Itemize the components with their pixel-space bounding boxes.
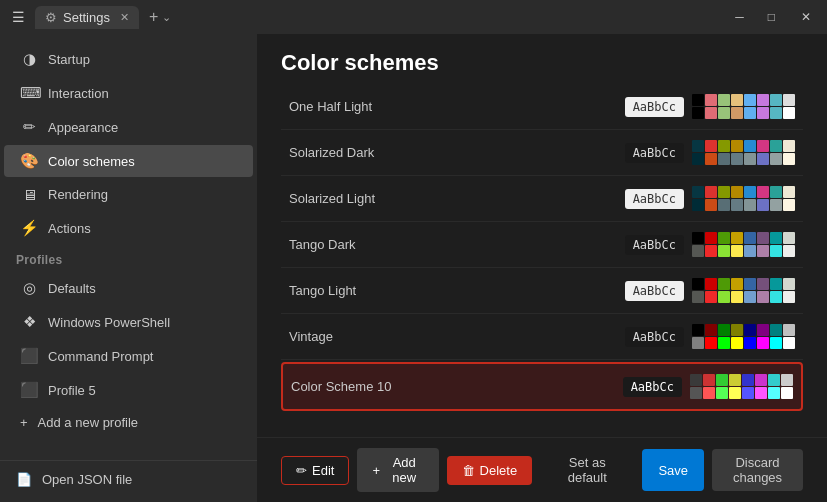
color-swatch: [692, 278, 704, 290]
color-swatch: [705, 232, 717, 244]
close-button[interactable]: ✕: [793, 8, 819, 26]
color-swatch: [783, 245, 795, 257]
sidebar-item-actions[interactable]: ⚡ Actions: [4, 212, 253, 244]
discard-button[interactable]: Discard changes: [712, 449, 803, 491]
scheme-row[interactable]: VintageAaBbCc: [281, 314, 803, 360]
color-swatch: [757, 291, 769, 303]
scheme-preview: AaBbCc: [625, 324, 795, 349]
titlebar: ☰ ⚙ Settings ✕ + ⌄ ─ □ ✕: [0, 0, 827, 34]
add-new-icon: +: [372, 463, 380, 478]
settings-tab-label: Settings: [63, 10, 110, 25]
color-swatch: [770, 324, 782, 336]
color-swatch: [692, 107, 704, 119]
color-swatch: [718, 245, 730, 257]
delete-button[interactable]: 🗑 Delete: [447, 456, 533, 485]
sidebar-item-appearance[interactable]: ✏ Appearance: [4, 111, 253, 143]
sidebar-item-cmd[interactable]: ⬛ Command Prompt: [4, 340, 253, 372]
color-swatch: [718, 199, 730, 211]
color-swatch: [705, 107, 717, 119]
sidebar-item-powershell[interactable]: ❖ Windows PowerShell: [4, 306, 253, 338]
color-swatch: [705, 140, 717, 152]
color-swatch: [718, 291, 730, 303]
color-swatch: [731, 278, 743, 290]
sidebar-item-startup-label: Startup: [48, 52, 90, 67]
color-swatch: [731, 199, 743, 211]
color-swatch: [770, 94, 782, 106]
open-json-button[interactable]: 📄 Open JSON file: [0, 465, 257, 494]
set-default-button[interactable]: Set as default: [540, 448, 634, 492]
app-body: ◑ Startup ⌨ Interaction ✏ Appearance 🎨 C…: [0, 34, 827, 502]
color-swatch: [718, 278, 730, 290]
color-swatch: [718, 324, 730, 336]
sidebar-item-defaults[interactable]: ◎ Defaults: [4, 272, 253, 304]
color-swatch: [783, 337, 795, 349]
color-swatch: [718, 232, 730, 244]
color-swatch: [757, 186, 769, 198]
sidebar: ◑ Startup ⌨ Interaction ✏ Appearance 🎨 C…: [0, 34, 257, 502]
scheme-row[interactable]: Color Scheme 10AaBbCc: [281, 362, 803, 411]
sidebar-item-startup[interactable]: ◑ Startup: [4, 43, 253, 75]
delete-icon: 🗑: [462, 463, 475, 478]
sidebar-item-color-schemes-label: Color schemes: [48, 154, 135, 169]
actions-icon: ⚡: [20, 219, 38, 237]
color-swatch: [744, 199, 756, 211]
profile5-icon: ⬛: [20, 381, 38, 399]
save-button[interactable]: Save: [642, 449, 704, 491]
interaction-icon: ⌨: [20, 84, 38, 102]
color-swatch: [783, 232, 795, 244]
titlebar-controls: ─ □ ✕: [729, 8, 819, 26]
color-swatch: [731, 153, 743, 165]
set-default-label: Set as default: [555, 455, 619, 485]
preview-label: AaBbCc: [625, 281, 684, 301]
sidebar-footer: 📄 Open JSON file: [0, 460, 257, 494]
color-swatch: [770, 337, 782, 349]
color-swatch: [770, 291, 782, 303]
color-swatch: [768, 374, 780, 386]
sidebar-item-powershell-label: Windows PowerShell: [48, 315, 170, 330]
schemes-list: One Half LightAaBbCcSolarized DarkAaBbCc…: [257, 84, 827, 437]
color-swatch: [729, 374, 741, 386]
color-swatch: [744, 140, 756, 152]
new-tab-button[interactable]: + ⌄: [149, 8, 171, 26]
scheme-row[interactable]: Tango DarkAaBbCc: [281, 222, 803, 268]
sidebar-item-defaults-label: Defaults: [48, 281, 96, 296]
content-footer: ✏ Edit + Add new 🗑 Delete Set as default…: [257, 437, 827, 502]
add-profile-button[interactable]: + Add a new profile: [4, 408, 253, 437]
scheme-row[interactable]: One Half LightAaBbCc: [281, 84, 803, 130]
color-swatch: [783, 186, 795, 198]
startup-icon: ◑: [20, 50, 38, 68]
defaults-icon: ◎: [20, 279, 38, 297]
scheme-name: Solarized Light: [289, 191, 609, 206]
minimize-button[interactable]: ─: [729, 8, 750, 26]
sidebar-item-profile5[interactable]: ⬛ Profile 5: [4, 374, 253, 406]
color-swatch: [781, 387, 793, 399]
sidebar-item-interaction[interactable]: ⌨ Interaction: [4, 77, 253, 109]
sidebar-item-color-schemes[interactable]: 🎨 Color schemes: [4, 145, 253, 177]
tab-dropdown-icon[interactable]: ⌄: [162, 11, 171, 24]
new-tab-icon: +: [149, 8, 158, 26]
add-new-button[interactable]: + Add new: [357, 448, 438, 492]
color-swatch: [705, 153, 717, 165]
settings-tab[interactable]: ⚙ Settings ✕: [35, 6, 139, 29]
color-swatch: [768, 387, 780, 399]
preview-label: AaBbCc: [625, 189, 684, 209]
color-swatch: [757, 337, 769, 349]
sidebar-item-rendering[interactable]: 🖥 Rendering: [4, 179, 253, 210]
color-swatch: [692, 140, 704, 152]
color-swatch: [757, 232, 769, 244]
maximize-button[interactable]: □: [762, 8, 781, 26]
color-swatch: [731, 186, 743, 198]
sidebar-item-profile5-label: Profile 5: [48, 383, 96, 398]
color-swatch: [731, 140, 743, 152]
hamburger-icon[interactable]: ☰: [8, 5, 29, 29]
color-swatch: [783, 140, 795, 152]
color-swatch: [692, 291, 704, 303]
edit-button[interactable]: ✏ Edit: [281, 456, 349, 485]
color-swatch: [718, 186, 730, 198]
color-swatch: [744, 107, 756, 119]
sidebar-item-actions-label: Actions: [48, 221, 91, 236]
scheme-row[interactable]: Solarized DarkAaBbCc: [281, 130, 803, 176]
tab-close-button[interactable]: ✕: [120, 11, 129, 24]
scheme-row[interactable]: Solarized LightAaBbCc: [281, 176, 803, 222]
scheme-row[interactable]: Tango LightAaBbCc: [281, 268, 803, 314]
